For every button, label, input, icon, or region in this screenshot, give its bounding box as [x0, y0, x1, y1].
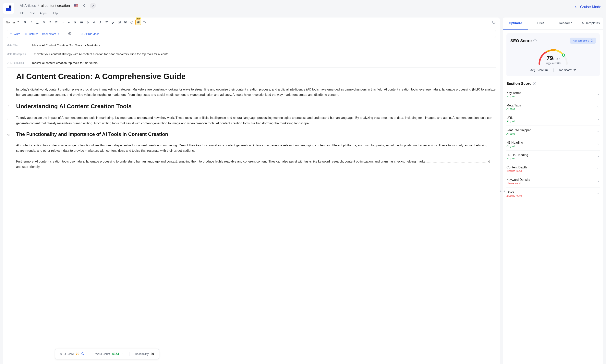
paragraph-style-select[interactable]: Normal [6, 21, 21, 24]
italic-icon[interactable]: I [28, 19, 34, 25]
unordered-list-icon[interactable] [53, 19, 59, 25]
chevron-down-icon [597, 130, 600, 134]
heading-h3[interactable]: The Functionality and Importance of AI T… [16, 131, 496, 137]
emoji-icon[interactable] [129, 19, 135, 25]
superscript-icon[interactable]: x2 [66, 19, 72, 25]
section-status: All good [506, 108, 521, 110]
section-item[interactable]: Content Depth4 issues found [506, 163, 600, 175]
serp-ideas-button[interactable]: SERP Ideas [80, 32, 99, 36]
status-check-icon[interactable] [90, 3, 96, 9]
section-item[interactable]: Meta TagsAll good [506, 101, 600, 113]
underline-icon[interactable]: U [35, 19, 40, 25]
tab-brief[interactable]: Brief [528, 17, 553, 29]
section-item[interactable]: H1 HeadingAll good [506, 138, 600, 151]
section-item[interactable]: Keyword Density1 issue found [506, 175, 600, 188]
align-icon[interactable] [104, 19, 109, 25]
section-status: 1 issue found [506, 182, 530, 185]
breadcrumb: All Articles / ai content creation 🇺🇸 [20, 3, 575, 9]
table-icon[interactable] [135, 19, 141, 25]
document-body[interactable]: h1 AI Content Creation: A Comprehensive … [3, 67, 500, 364]
side-panel: Optimize Brief Research AI Templates SEO… [503, 17, 603, 364]
connectors-dropdown[interactable]: Connectors [42, 32, 59, 36]
menu-apps[interactable]: Apps [40, 12, 46, 15]
menu-bar: File Edit Apps Help [20, 12, 575, 15]
score-references: Avg. Score: 62 Top Score: 82 [510, 68, 596, 72]
refresh-score-button[interactable]: Refresh Score [570, 38, 596, 44]
bold-icon[interactable]: B [22, 19, 27, 25]
svg-rect-1 [9, 5, 12, 8]
tab-ai-templates[interactable]: AI Templates [578, 17, 604, 29]
indent-icon[interactable] [79, 19, 84, 25]
menu-edit[interactable]: Edit [29, 12, 35, 15]
section-score-list: Key TermsAll goodMeta TagsAll goodURLAll… [506, 89, 600, 200]
share-icon[interactable] [81, 3, 87, 8]
gauge-score-value: 79 [547, 55, 553, 61]
image-icon[interactable] [116, 19, 122, 25]
status-bar: SEO Score 79 Word Count 4374 Readability… [55, 349, 159, 359]
info-icon[interactable]: i [533, 82, 536, 85]
settings-icon[interactable] [68, 32, 71, 36]
paragraph[interactable]: Furthermore, AI content creation tools u… [16, 159, 496, 169]
history-icon[interactable] [491, 19, 497, 25]
section-name: Links [506, 190, 522, 194]
highlight-icon[interactable] [98, 19, 103, 25]
svg-line-49 [494, 22, 494, 23]
meta-title-input[interactable]: Master AI Content Creation: Top Tools fo… [32, 43, 496, 47]
section-item[interactable]: Key TermsAll good [506, 89, 600, 101]
block-tag-p: p [7, 87, 16, 97]
info-icon[interactable]: i [533, 39, 537, 42]
strikethrough-icon[interactable]: S [41, 19, 46, 25]
block-tag-p: p [7, 159, 16, 169]
connectors-label: Connectors [42, 32, 56, 36]
meta-description-label: Meta Description [7, 52, 32, 55]
outdent-icon[interactable] [72, 19, 78, 25]
tab-optimize[interactable]: Optimize [503, 17, 528, 29]
heading-h2[interactable]: Understanding AI Content Creation Tools [16, 103, 496, 110]
section-item[interactable]: Links2 issues found [506, 188, 600, 200]
section-name: H1 Heading [506, 141, 523, 144]
write-button[interactable]: Write [10, 32, 20, 36]
link-icon[interactable] [110, 19, 116, 25]
svg-marker-39 [125, 22, 126, 23]
paragraph-style-label: Normal [6, 21, 15, 24]
paragraph[interactable]: To truly appreciate the impact of AI con… [16, 115, 496, 126]
section-item[interactable]: H2-H6 HeadingAll good [506, 151, 600, 163]
app-logo[interactable] [3, 3, 14, 14]
svg-rect-0 [6, 8, 9, 11]
meta-fields: Meta Title Master AI Content Creation: T… [3, 41, 500, 67]
refresh-icon[interactable] [81, 352, 84, 356]
menu-help[interactable]: Help [52, 12, 58, 15]
split-handle-icon[interactable]: ⇤⇥ [500, 189, 505, 193]
heading-h1[interactable]: AI Content Creation: A Comprehensive Gui… [16, 71, 496, 81]
chevron-down-icon [597, 118, 600, 121]
section-status: All good [506, 120, 515, 123]
breadcrumb-separator: / [38, 4, 39, 8]
format-toolbar: Normal B I U S 123 x2 x2 ¶‹ A [3, 17, 500, 27]
url-permalink-input[interactable]: master-ai-content-creation-top-tools-for… [32, 61, 496, 65]
breadcrumb-root[interactable]: All Articles [20, 4, 36, 8]
locale-flag-icon[interactable]: 🇺🇸 [74, 3, 78, 8]
video-icon[interactable] [123, 19, 128, 25]
chevron-down-icon [597, 105, 600, 109]
menu-file[interactable]: File [20, 12, 24, 15]
text-color-icon[interactable]: A [91, 19, 97, 25]
text-direction-icon[interactable]: ¶‹ [85, 19, 90, 25]
section-item[interactable]: Featured SnippetAll good [506, 126, 600, 138]
svg-rect-54 [26, 33, 27, 34]
instruct-button[interactable]: Instruct [24, 32, 38, 36]
meta-description-input[interactable]: . Elevate your content strategy with AI … [32, 52, 496, 56]
breadcrumb-current: ai content creation [41, 4, 70, 8]
paragraph[interactable]: AI content creation tools offer a wide r… [16, 143, 496, 153]
ordered-list-icon[interactable]: 123 [47, 19, 53, 25]
tab-research[interactable]: Research [553, 17, 578, 29]
section-item[interactable]: URLAll good [506, 113, 600, 126]
section-name: Featured Snippet [506, 129, 531, 132]
status-wc-value: 4374 [112, 352, 119, 356]
paragraph[interactable]: In today's digital world, content creati… [16, 87, 496, 97]
seo-score-card: SEO Score i Refresh Score [506, 33, 600, 76]
block-tag-h2: h2 [7, 103, 16, 110]
cruise-mode-button[interactable]: Cruise Mode [575, 3, 601, 9]
clear-format-icon[interactable]: T× [142, 19, 147, 25]
section-name: Keyword Density [506, 178, 530, 182]
subscript-icon[interactable]: x2 [60, 19, 65, 25]
